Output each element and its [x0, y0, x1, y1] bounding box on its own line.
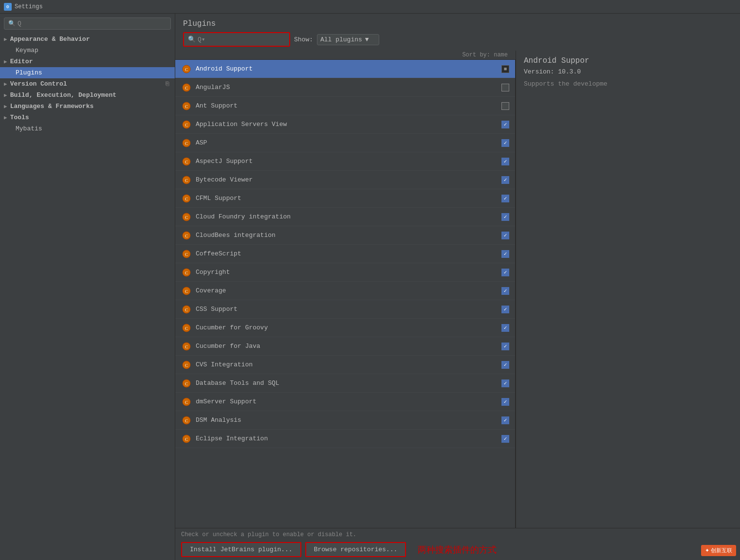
plugin-checkbox[interactable]: ✓: [501, 306, 509, 313]
sidebar-item-label-keymap: Keymap: [16, 47, 38, 54]
plugin-checkbox[interactable]: ✓: [501, 232, 509, 239]
plugin-checkbox[interactable]: ✓: [501, 269, 509, 276]
sidebar: 🔍 Q ▶ Appearance & Behavior Keymap ▶ Edi…: [0, 14, 175, 560]
svg-text:C: C: [185, 344, 188, 349]
plugin-checkbox[interactable]: ✓: [501, 250, 509, 258]
plugin-item[interactable]: C Database Tools and SQL✓: [175, 374, 515, 393]
browse-repositories-button[interactable]: Browse repositories...: [305, 542, 407, 557]
plugin-checkbox[interactable]: ✓: [501, 416, 509, 424]
plugin-item[interactable]: C dmServer Support✓: [175, 393, 515, 411]
plugin-name: AngularJS: [196, 84, 501, 91]
plugin-icon: C: [181, 212, 192, 222]
sidebar-item-label-tools: Tools: [10, 114, 29, 121]
plugin-item[interactable]: C Cucumber for Java✓: [175, 337, 515, 356]
plugin-item[interactable]: C CoffeeScript✓: [175, 245, 515, 263]
plugin-checkbox[interactable]: ✓: [501, 398, 509, 406]
plugin-checkbox[interactable]: ✓: [501, 324, 509, 332]
plugin-name: DSM Analysis: [196, 416, 501, 424]
plugin-item[interactable]: C CSS Support✓: [175, 300, 515, 319]
plugin-item[interactable]: C AspectJ Support✓: [175, 152, 515, 171]
watermark-text: 创新互联: [711, 547, 732, 553]
detail-title: Android Suppor: [524, 56, 732, 65]
plugin-checkbox[interactable]: ✓: [501, 158, 509, 165]
plugin-item[interactable]: C Application Servers View✓: [175, 115, 515, 134]
svg-text:C: C: [185, 381, 188, 386]
plugin-checkbox[interactable]: ✓: [501, 139, 509, 147]
plugin-icon: C: [181, 82, 192, 93]
plugin-item[interactable]: C AngularJS: [175, 78, 515, 97]
plugins-header: Plugins: [175, 14, 740, 32]
plugin-checkbox[interactable]: ✓: [501, 213, 509, 221]
plugin-checkbox[interactable]: ✓: [501, 121, 509, 128]
expand-arrow-version-control: ▶: [4, 81, 7, 87]
sidebar-search-icon: 🔍: [8, 20, 16, 27]
svg-text:C: C: [185, 178, 188, 183]
sidebar-item-version-control[interactable]: ▶ Version Control ⎘: [0, 78, 175, 90]
plugin-icon: C: [181, 175, 192, 185]
plugin-checkbox[interactable]: ✓: [501, 361, 509, 369]
plugin-icon: C: [181, 267, 192, 278]
sidebar-item-languages[interactable]: ▶ Languages & Frameworks: [0, 101, 175, 112]
plugin-item[interactable]: C ASP✓: [175, 134, 515, 152]
app-icon: ⚙: [4, 3, 12, 11]
sidebar-item-build[interactable]: ▶ Build, Execution, Deployment: [0, 90, 175, 101]
plugin-item[interactable]: C CFML Support✓: [175, 189, 515, 208]
svg-text:C: C: [185, 234, 188, 238]
plugin-name: Cucumber for Groovy: [196, 324, 501, 331]
plugin-checkbox[interactable]: ✓: [501, 287, 509, 295]
title-bar: ⚙ Settings: [0, 0, 740, 14]
svg-text:C: C: [185, 197, 188, 201]
plugin-icon: C: [181, 360, 192, 370]
copy-icon-version-control: ⎘: [166, 81, 169, 88]
plugins-title: Plugins: [183, 19, 216, 28]
plugin-checkbox[interactable]: [501, 102, 509, 110]
plugin-item[interactable]: C Eclipse Integration✓: [175, 430, 515, 448]
svg-text:C: C: [185, 141, 188, 146]
plugin-item[interactable]: C Copyright✓: [175, 263, 515, 282]
plugin-checkbox[interactable]: ✓: [501, 343, 509, 350]
plugin-item[interactable]: C Bytecode Viewer✓: [175, 171, 515, 189]
expand-arrow-appearance: ▶: [4, 36, 7, 42]
install-jetbrains-button[interactable]: Install JetBrains plugin...: [181, 542, 301, 557]
svg-text:C: C: [185, 252, 188, 257]
sidebar-search[interactable]: 🔍 Q: [4, 18, 171, 30]
plugin-name: CFML Support: [196, 195, 501, 202]
svg-text:C: C: [185, 307, 188, 312]
plugin-icon: C: [181, 230, 192, 241]
sidebar-item-mybatis[interactable]: Mybatis: [0, 123, 175, 134]
plugin-checkbox[interactable]: ✓: [501, 379, 509, 387]
plugin-item[interactable]: C Coverage✓: [175, 282, 515, 300]
plugin-item[interactable]: C CloudBees integration✓: [175, 226, 515, 245]
plugin-item[interactable]: C DSM Analysis✓: [175, 411, 515, 430]
sidebar-item-label-build: Build, Execution, Deployment: [10, 91, 116, 99]
expand-arrow-editor: ▶: [4, 58, 7, 65]
plugin-item[interactable]: C Android Support■: [175, 60, 515, 78]
sidebar-search-placeholder: Q: [18, 20, 21, 27]
plugin-item[interactable]: C Ant Support: [175, 97, 515, 115]
plugin-item[interactable]: C Cucumber for Groovy✓: [175, 319, 515, 337]
plugin-icon: C: [181, 434, 192, 444]
plugin-checkbox[interactable]: ✓: [501, 435, 509, 443]
sidebar-item-keymap[interactable]: Keymap: [0, 45, 175, 56]
svg-text:C: C: [185, 215, 188, 220]
plugin-checkbox[interactable]: ✓: [501, 195, 509, 202]
plugin-item[interactable]: C Cloud Foundry integration✓: [175, 208, 515, 226]
plugin-checkbox[interactable]: [501, 84, 509, 91]
show-dropdown[interactable]: All plugins ▼: [317, 34, 379, 45]
plugin-checkbox[interactable]: ✓: [501, 176, 509, 184]
sort-label[interactable]: Sort by: name: [462, 52, 508, 58]
plugin-search-box[interactable]: 🔍 Q▾: [183, 32, 290, 47]
plugin-name: Coverage: [196, 287, 501, 294]
plugin-item[interactable]: C CVS Integration✓: [175, 356, 515, 374]
sidebar-item-appearance[interactable]: ▶ Appearance & Behavior: [0, 34, 175, 45]
expand-arrow-tools: ▶: [4, 114, 7, 121]
plugin-detail-panel: Android Suppor Version: 10.3.0 Supports …: [516, 51, 740, 528]
sidebar-item-tools[interactable]: ▶ Tools: [0, 112, 175, 123]
plugin-name: Bytecode Viewer: [196, 176, 501, 183]
plugins-list-header: Sort by: name: [175, 51, 516, 60]
sidebar-item-plugins[interactable]: Plugins: [0, 67, 175, 78]
plugin-name: CoffeeScript: [196, 250, 501, 257]
sidebar-item-editor[interactable]: ▶ Editor: [0, 56, 175, 67]
plugin-checkbox[interactable]: ■: [501, 65, 509, 73]
plugin-name: Cucumber for Java: [196, 343, 501, 350]
